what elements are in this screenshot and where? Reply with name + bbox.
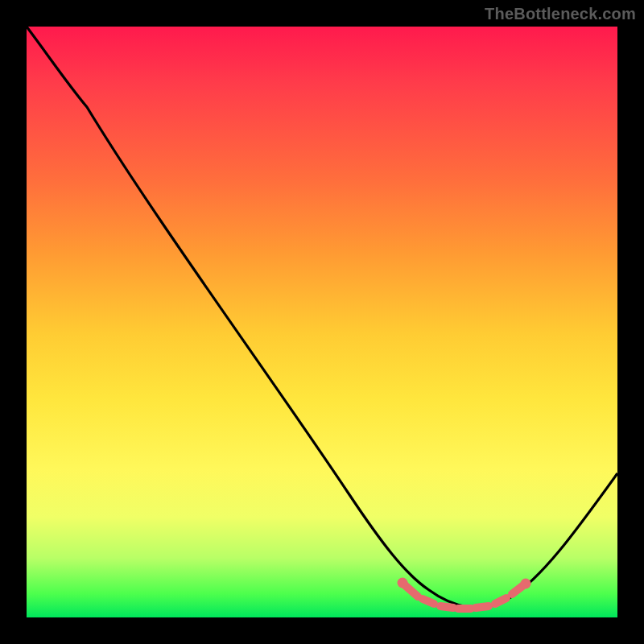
svg-line-1 bbox=[423, 599, 434, 604]
bottleneck-curve bbox=[27, 27, 617, 608]
plot-area bbox=[27, 27, 617, 617]
svg-point-8 bbox=[521, 579, 531, 589]
svg-line-0 bbox=[405, 585, 418, 597]
svg-line-2 bbox=[440, 606, 453, 608]
svg-line-5 bbox=[495, 598, 506, 604]
svg-line-4 bbox=[476, 606, 489, 608]
svg-line-6 bbox=[512, 586, 522, 594]
watermark-text: TheBottleneck.com bbox=[485, 5, 636, 23]
chart-canvas: TheBottleneck.com bbox=[0, 0, 644, 644]
curve-svg bbox=[27, 27, 617, 617]
svg-point-7 bbox=[398, 578, 408, 588]
